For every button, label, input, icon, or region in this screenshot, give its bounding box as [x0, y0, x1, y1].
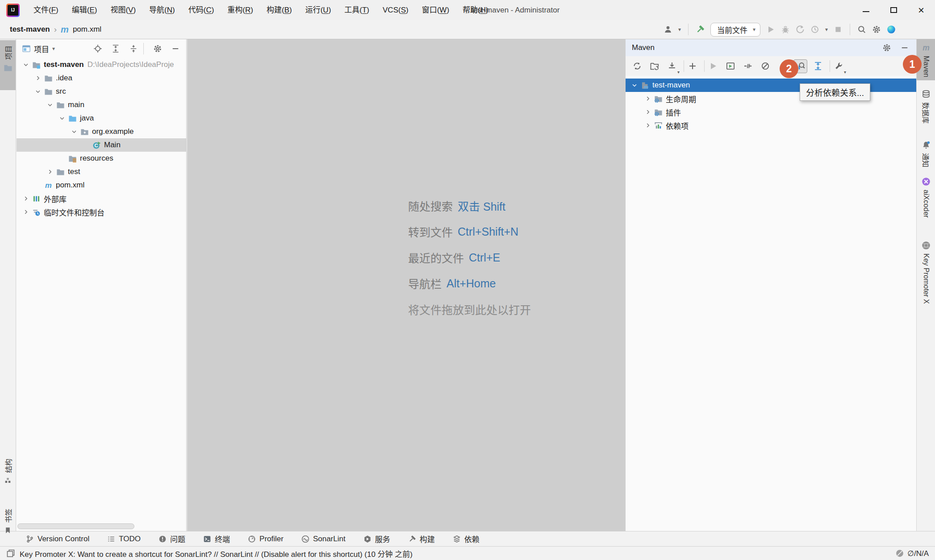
tree-row[interactable]: org.example — [17, 125, 186, 138]
status-item-branch[interactable]: Version Control — [26, 535, 89, 543]
chevron-down-icon[interactable] — [57, 112, 67, 125]
tree-row[interactable]: 插件 — [626, 105, 916, 119]
breadcrumb-project[interactable]: test-maven — [10, 25, 50, 34]
tree-row[interactable]: 生命周期 — [626, 92, 916, 105]
project-options-gear-icon[interactable] — [153, 44, 162, 53]
coverage-button-icon[interactable] — [810, 25, 819, 34]
window-title: test-maven - Administrator — [471, 0, 559, 20]
chevron-down-icon[interactable] — [69, 125, 79, 138]
menu-item[interactable]: 窗口(W) — [415, 0, 456, 20]
menu-item[interactable]: 编辑(E) — [65, 0, 104, 20]
expand-all-icon[interactable] — [111, 44, 120, 53]
status-item-terminal[interactable]: 终端 — [203, 533, 230, 544]
close-button[interactable]: × — [907, 0, 935, 20]
tree-row[interactable]: test-mavenD:\IdeaProjects\IdeaProje — [17, 58, 186, 71]
tool-tab-bell[interactable]: 通知 — [917, 137, 935, 171]
tree-row[interactable]: 依赖项 — [626, 119, 916, 132]
status-item-label: SonarLint — [313, 535, 346, 543]
status-item-profiler[interactable]: Profiler — [248, 535, 284, 543]
menu-item[interactable]: 视图(V) — [104, 0, 142, 20]
chevron-down-icon[interactable] — [21, 58, 31, 71]
horizontal-scrollbar[interactable] — [17, 523, 134, 529]
breadcrumb-file[interactable]: pom.xml — [73, 25, 101, 34]
search-everywhere-icon[interactable] — [857, 25, 866, 34]
chevron-right-icon[interactable] — [21, 192, 31, 205]
tree-row[interactable]: mpom.xml — [17, 178, 186, 192]
tool-tab-structure[interactable]: 结构 — [0, 459, 16, 503]
run-more-caret-icon[interactable]: ▾ — [825, 26, 828, 33]
status-item-deps[interactable]: 依赖 — [453, 533, 480, 544]
maven-skip-tests-button[interactable] — [741, 59, 755, 73]
maven-refresh-button[interactable] — [630, 59, 644, 73]
maven-offline-mode-button[interactable] — [758, 59, 772, 73]
menu-item[interactable]: 代码(C) — [182, 0, 221, 20]
menu-item[interactable]: 文件(F) — [27, 0, 65, 20]
maven-options-gear-icon[interactable] — [882, 43, 891, 52]
tree-row[interactable]: test — [17, 165, 186, 178]
profile-button-icon[interactable] — [796, 25, 805, 34]
run-configuration-select[interactable]: 当前文件 ▾ — [710, 23, 760, 37]
menu-item[interactable]: 构建(B) — [260, 0, 299, 20]
tool-tab-database[interactable]: 数据库 — [917, 86, 935, 129]
maven-download-sources-button[interactable]: ▾ — [665, 59, 679, 73]
chevron-right-icon[interactable] — [643, 92, 653, 105]
tree-row[interactable]: CMain — [17, 138, 186, 152]
tool-tab-aixcoder[interactable]: aiXcoder — [917, 173, 935, 231]
tree-row[interactable]: mtest-maven — [626, 79, 916, 92]
maven-add-project-button[interactable] — [685, 59, 699, 73]
user-account-icon[interactable] — [664, 25, 672, 34]
tree-row[interactable]: src — [17, 85, 186, 98]
menu-item[interactable]: 导航(N) — [142, 0, 182, 20]
plugin-sphere-icon[interactable] — [887, 25, 896, 34]
tree-row[interactable]: 临时文件和控制台 — [17, 205, 186, 219]
chevron-down-icon[interactable] — [45, 98, 55, 112]
tree-row[interactable]: java — [17, 112, 186, 125]
settings-gear-icon[interactable] — [872, 25, 881, 34]
menu-item[interactable]: 工具(T) — [338, 0, 376, 20]
chevron-right-icon[interactable] — [45, 165, 55, 178]
chevron-down-icon[interactable] — [33, 85, 43, 98]
tree-row[interactable]: 外部库 — [17, 192, 186, 205]
menu-item[interactable]: VCS(S) — [376, 0, 415, 20]
run-button-icon[interactable] — [766, 25, 775, 34]
chevron-down-icon[interactable] — [629, 79, 640, 92]
chevron-right-icon[interactable] — [643, 119, 653, 132]
maven-execute-goal-button[interactable] — [723, 59, 737, 73]
user-dropdown-icon[interactable]: ▾ — [678, 26, 681, 33]
tool-tab-keypromoter[interactable]: Key Promoter X — [917, 237, 935, 305]
status-item-build[interactable]: 构建 — [408, 533, 435, 544]
project-view-dropdown-icon[interactable]: ▾ — [52, 46, 55, 52]
project-panel-title[interactable]: 项目 — [34, 43, 49, 54]
tree-row[interactable]: main — [17, 98, 186, 112]
menu-item[interactable]: 重构(R) — [221, 0, 260, 20]
status-item-services[interactable]: 服务 — [363, 533, 390, 544]
chevron-right-icon[interactable] — [21, 205, 31, 219]
tree-label: pom.xml — [56, 181, 84, 190]
maven-hide-panel-icon[interactable] — [900, 43, 909, 52]
collapse-all-icon[interactable] — [129, 44, 138, 53]
status-item-todo[interactable]: TODO — [107, 535, 141, 543]
status-message[interactable]: Key Promoter X: Want to create a shortcu… — [20, 548, 413, 559]
chevron-right-icon[interactable] — [33, 71, 43, 85]
chevron-right-icon[interactable] — [643, 105, 653, 119]
status-item-problems[interactable]: 问题 — [159, 533, 185, 544]
tool-tab-project[interactable]: 项目 — [0, 40, 16, 90]
minimize-button[interactable] — [852, 0, 880, 20]
maven-generate-sources-button[interactable] — [647, 59, 661, 73]
debug-button-icon[interactable] — [781, 25, 790, 34]
stop-button-icon[interactable] — [834, 25, 843, 34]
maven-run-button[interactable] — [706, 59, 720, 73]
maven-expand-nodes-button[interactable] — [811, 59, 825, 73]
problems-icon — [159, 535, 167, 543]
hide-panel-icon[interactable] — [171, 44, 180, 53]
maven-settings-button[interactable]: ▾ — [831, 59, 845, 73]
menu-item[interactable]: 运行(U) — [299, 0, 338, 20]
tool-tab-bookmark[interactable]: 书签 — [0, 509, 16, 553]
tree-row[interactable]: resources — [17, 152, 186, 165]
maximize-button[interactable] — [880, 0, 907, 20]
status-item-sonarlint[interactable]: SonarLint — [301, 535, 346, 543]
tree-row[interactable]: .idea — [17, 71, 186, 85]
locate-file-icon[interactable] — [93, 44, 102, 53]
bookmark-icon — [4, 527, 12, 534]
build-project-icon[interactable] — [696, 25, 705, 34]
